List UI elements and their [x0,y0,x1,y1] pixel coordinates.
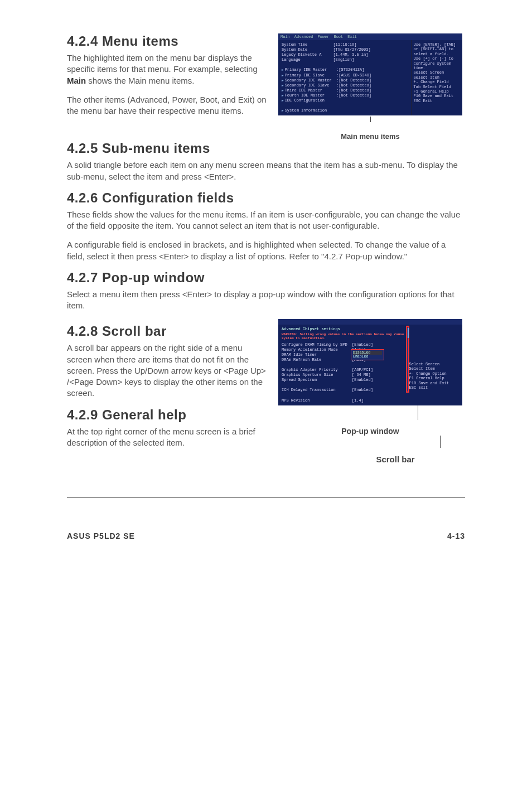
para-429-1: At the top right corner of the menu scre… [67,426,269,449]
bios1-row: System Date [Thu 03/27/2003] [282,47,408,52]
section-424-text: 4.2.4 Menu items The highlighted item on… [67,33,269,141]
spacer [409,339,458,343]
section-428-row: 4.2.8 Scroll bar A scroll bar appears on… [67,319,465,463]
heading-429: 4.2.9 General help [67,407,269,423]
bios1-row: Secondary IDE Master :[Not Detected] [282,78,408,83]
para-424-1b: Main [67,76,86,85]
section-424-row: 4.2.4 Menu items The highlighted item on… [67,33,465,141]
heading-426: 4.2.6 Configuration fields [67,190,465,206]
footer-right: 4-13 [447,532,465,540]
bios1-help-line: Select Screen [414,70,460,75]
bios2-row: DRAM Idle Timer [Auto] [282,352,406,357]
scrollbar-pointer-line [440,436,441,448]
bios2-row [282,393,406,398]
bios2-row: Memory Acceleration Mode [Auto] [282,347,406,352]
bios1-help-line: select a field. [414,52,460,56]
para-424-1c: shows the Main menu items. [86,76,194,85]
popup-opt-0: Disabled [353,351,382,355]
popup-pointer-line [418,405,418,420]
bios2-row: DRAm Refresh Rate [Auto] [282,357,406,363]
bios2-help-line: F1 General Help [409,376,458,380]
bios1-help-line: configure system time. [414,61,460,71]
bios1-right: Use [ENTER], [TAB]or [SHIFT-TAB] toselec… [411,40,462,115]
heading-427: 4.2.7 Pop-up window [67,270,465,286]
bios1-help-line: Use [+] or [-] to [414,56,460,61]
bios2-help-line: ESC Exit [409,385,458,390]
bios2-scrollbar [406,326,409,393]
bios1-tab-0: Main [280,35,290,39]
bios1-row: System Information [282,108,408,113]
bios1-tab-2: Power [317,35,329,39]
bios2-row: Configure DRAM Timing by SPD [Enabled] [282,342,406,347]
bios1-help-line: Select Item [414,75,460,80]
bios1-help-line: F1 General Help [414,89,460,94]
bios1-help-line: Use [ENTER], [TAB] [414,42,460,47]
bios1-tab-3: Boot [333,35,343,39]
bios2-help-line: +- Change Option [409,371,458,376]
bios1-body: System Time [11:10:19]System Date [Thu 0… [278,40,462,115]
spacer [409,357,458,362]
bios2-rows: Configure DRAM Timing by SPD [Enabled]Me… [282,342,406,403]
bios2-row: ICH Delayed Transaction [Enabled] [282,388,406,393]
para-424-1a: The highlighted item on the menu bar dis… [67,53,258,74]
spacer [409,348,458,352]
para-427-1: Select a menu item then press <Enter> to… [67,289,465,312]
bios1-help-line: ESC Exit [414,99,460,103]
bios2-help-line: F10 Save and Exit [409,381,458,385]
para-426-1: These fields show the values for the men… [67,209,465,232]
footer-left: ASUS P5LD2 SE [67,532,135,540]
bios1-help-line: Tab Select Field [414,85,460,89]
bios1-tab-1: Advanced [294,35,313,39]
bios2-left: Advanced Chipset settings WARNING: Setti… [282,327,406,403]
bios1-help-line: or [SHIFT-TAB] to [414,47,460,51]
bios-screenshot-1: Main Advanced Power Boot Exit System Tim… [278,33,462,115]
bios2-popup: Disabled Enabled [351,349,384,360]
bios-screenshot-2: Advanced Chipset settings WARNING: Setti… [278,319,462,405]
heading-425: 4.2.5 Sub-menu items [67,141,465,156]
bios2-caption-popup: Pop-up window [341,427,399,436]
para-426-2: A configurable field is enclosed in brac… [67,239,465,262]
bios1-row [282,62,408,67]
bios1-row: IDE Configuration [282,98,408,103]
bios2-right: Select Screen Select Item+- Change Optio… [406,327,459,403]
figure-pointer-line [370,117,371,122]
bios1-row: Primary IDE Master :[ST320413A] [282,67,408,73]
bios1-row: Legacy Diskette A [1.44M, 3.5 in] [282,52,408,57]
bios2-warning: WARNING: Setting wrong values in the sec… [282,333,406,340]
bios1-row: System Time [11:10:19] [282,42,408,47]
bios2-row: Graphics Aperture Size [ 64 MB] [282,373,406,378]
spacer [409,334,458,339]
bios1-row [282,103,408,108]
spacer [409,352,458,357]
bios2-row [282,363,406,368]
heading-428: 4.2.8 Scroll bar [67,323,269,339]
popup-opt-1: Enabled [353,355,382,359]
bios2-row: MPS Revision [1.4] [282,398,406,403]
page-footer: ASUS P5LD2 SE 4-13 [67,532,465,540]
para-424-1: The highlighted item on the menu bar dis… [67,52,269,86]
figure-main-menu: Main Advanced Power Boot Exit System Tim… [275,33,465,141]
bios2-row [282,383,406,388]
bios2-title: Advanced Chipset settings [282,327,406,332]
bios1-row: Third IDE Master :[Not Detected] [282,88,408,93]
bios1-row: Language [English] [282,57,408,62]
spacer [409,329,458,334]
section-428-text: 4.2.8 Scroll bar A scroll bar appears on… [67,319,269,463]
bios2-row: Spread Spectrum [Enabled] [282,378,406,383]
spacer [409,343,458,347]
bios1-left: System Time [11:10:19]System Date [Thu 0… [278,40,411,115]
bios1-row: Primary IDE Slave :[ASUS CD-S340] [282,73,408,78]
para-428-1: A scroll bar appears on the right side o… [67,342,269,399]
para-425-1: A solid triangle before each item on any… [67,160,465,182]
heading-424: 4.2.4 Menu items [67,33,269,49]
para-424-2: The other items (Advanced, Power, Boot, … [67,94,269,117]
bios2-row: Graphic Adapter Priority [AGP/PCI] [282,368,406,373]
bios1-help-line: +- Change Field [414,80,460,84]
bios1-caption: Main menu items [341,132,399,141]
bios2-body: Advanced Chipset settings WARNING: Setti… [278,325,462,405]
bios1-help-line: F10 Save and Exit [414,94,460,98]
bios1-row: Secondary IDE Slave :[Not Detected] [282,83,408,88]
page: 4.2.4 Menu items The highlighted item on… [0,0,532,563]
bios2-header [278,319,462,325]
bios2-help-line: Select Screen [409,362,458,366]
